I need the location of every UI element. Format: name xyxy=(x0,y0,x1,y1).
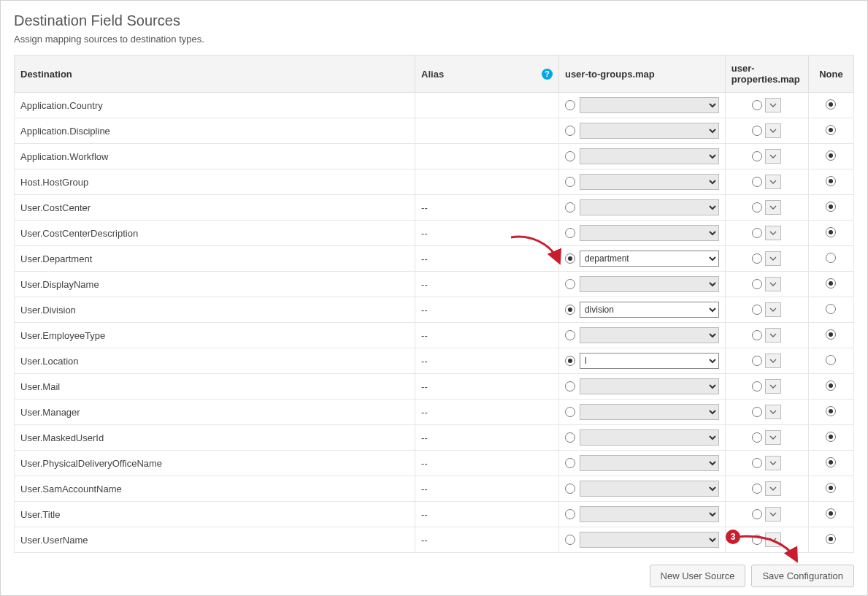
none-radio[interactable] xyxy=(826,534,836,544)
utg-select[interactable]: departmentdivisionl xyxy=(580,97,719,113)
up-select[interactable] xyxy=(765,302,781,317)
none-radio[interactable] xyxy=(826,202,836,212)
utg-source-cell: departmentdivisionl xyxy=(558,195,725,221)
utg-radio[interactable] xyxy=(565,305,575,315)
utg-select[interactable]: departmentdivisionl xyxy=(580,455,719,471)
none-radio[interactable] xyxy=(826,457,836,467)
up-select[interactable] xyxy=(765,200,781,215)
utg-radio[interactable] xyxy=(565,100,575,110)
up-select[interactable] xyxy=(765,175,781,189)
none-radio[interactable] xyxy=(826,304,836,314)
up-radio[interactable] xyxy=(752,356,762,366)
utg-select[interactable]: departmentdivisionl xyxy=(580,199,719,215)
utg-select[interactable]: departmentdivisionl xyxy=(580,302,719,318)
none-radio[interactable] xyxy=(826,253,836,263)
none-radio[interactable] xyxy=(826,227,836,237)
none-radio[interactable] xyxy=(826,150,836,161)
up-select[interactable] xyxy=(765,98,781,112)
none-radio[interactable] xyxy=(826,355,836,365)
utg-radio[interactable] xyxy=(565,356,575,366)
up-radio[interactable] xyxy=(752,432,762,443)
up-select[interactable] xyxy=(765,481,781,496)
up-radio[interactable] xyxy=(752,535,762,545)
none-radio[interactable] xyxy=(826,406,836,416)
up-select[interactable] xyxy=(765,379,781,394)
utg-select[interactable]: departmentdivisionl xyxy=(580,378,719,394)
none-radio[interactable] xyxy=(826,508,836,519)
none-radio[interactable] xyxy=(826,125,836,135)
utg-radio[interactable] xyxy=(565,535,575,545)
none-radio[interactable] xyxy=(826,176,836,186)
utg-select[interactable]: departmentdivisionl xyxy=(580,327,719,343)
utg-radio[interactable] xyxy=(565,381,575,391)
up-radio[interactable] xyxy=(752,126,762,136)
utg-radio[interactable] xyxy=(565,509,575,519)
up-select[interactable] xyxy=(765,405,781,419)
destination-cell: User.Location xyxy=(15,348,415,374)
utg-select[interactable]: departmentdivisionl xyxy=(580,148,719,164)
utg-select[interactable]: departmentdivisionl xyxy=(580,276,719,292)
up-select[interactable] xyxy=(765,507,781,522)
up-radio[interactable] xyxy=(752,253,762,264)
up-select[interactable] xyxy=(765,430,781,445)
none-radio[interactable] xyxy=(826,99,836,110)
table-header-row: Destination Alias ? user-to-groups.map u… xyxy=(15,56,854,93)
utg-select[interactable]: departmentdivisionl xyxy=(580,251,719,267)
utg-select[interactable]: departmentdivisionl xyxy=(580,481,719,497)
up-radio[interactable] xyxy=(752,407,762,417)
utg-radio[interactable] xyxy=(565,253,575,264)
up-radio[interactable] xyxy=(752,458,762,468)
up-radio[interactable] xyxy=(752,509,762,519)
utg-radio[interactable] xyxy=(565,151,575,161)
up-select[interactable] xyxy=(765,226,781,240)
up-select[interactable] xyxy=(765,354,781,368)
utg-radio[interactable] xyxy=(565,126,575,136)
new-user-source-button[interactable]: New User Source xyxy=(650,565,746,587)
up-radio[interactable] xyxy=(752,484,762,494)
save-configuration-button[interactable]: Save Configuration xyxy=(751,565,854,587)
utg-select[interactable]: departmentdivisionl xyxy=(580,225,719,241)
utg-radio[interactable] xyxy=(565,484,575,494)
up-radio[interactable] xyxy=(752,305,762,315)
help-icon[interactable]: ? xyxy=(542,69,553,80)
none-radio[interactable] xyxy=(826,278,836,289)
up-radio[interactable] xyxy=(752,228,762,238)
up-select[interactable] xyxy=(765,149,781,164)
up-select[interactable] xyxy=(765,328,781,343)
utg-select[interactable]: departmentdivisionl xyxy=(580,532,719,548)
up-radio[interactable] xyxy=(752,177,762,187)
up-select[interactable] xyxy=(765,277,781,291)
up-radio[interactable] xyxy=(752,100,762,110)
up-source-cell xyxy=(725,425,808,451)
utg-radio[interactable] xyxy=(565,458,575,468)
none-radio[interactable] xyxy=(826,329,836,340)
utg-radio[interactable] xyxy=(565,228,575,238)
utg-radio[interactable] xyxy=(565,330,575,340)
none-radio[interactable] xyxy=(826,381,836,391)
utg-select[interactable]: departmentdivisionl xyxy=(580,429,719,446)
up-select[interactable] xyxy=(765,532,781,547)
up-select[interactable] xyxy=(765,123,781,138)
utg-select[interactable]: departmentdivisionl xyxy=(580,353,719,369)
utg-select[interactable]: departmentdivisionl xyxy=(580,404,719,420)
utg-radio[interactable] xyxy=(565,279,575,289)
up-radio[interactable] xyxy=(752,202,762,213)
up-radio[interactable] xyxy=(752,151,762,161)
utg-source-cell: departmentdivisionl xyxy=(558,451,725,476)
up-select[interactable] xyxy=(765,456,781,470)
utg-radio[interactable] xyxy=(565,407,575,417)
up-radio[interactable] xyxy=(752,330,762,340)
up-radio[interactable] xyxy=(752,279,762,289)
table-row: User.Department--departmentdivisionl xyxy=(15,246,854,272)
none-radio[interactable] xyxy=(826,432,836,442)
utg-radio[interactable] xyxy=(565,432,575,443)
up-select[interactable] xyxy=(765,251,781,266)
utg-select[interactable]: departmentdivisionl xyxy=(580,174,719,190)
alias-cell: -- xyxy=(415,297,559,323)
utg-select[interactable]: departmentdivisionl xyxy=(580,123,719,139)
up-radio[interactable] xyxy=(752,381,762,391)
none-radio[interactable] xyxy=(826,483,836,493)
utg-radio[interactable] xyxy=(565,202,575,213)
utg-radio[interactable] xyxy=(565,177,575,187)
utg-select[interactable]: departmentdivisionl xyxy=(580,506,719,522)
